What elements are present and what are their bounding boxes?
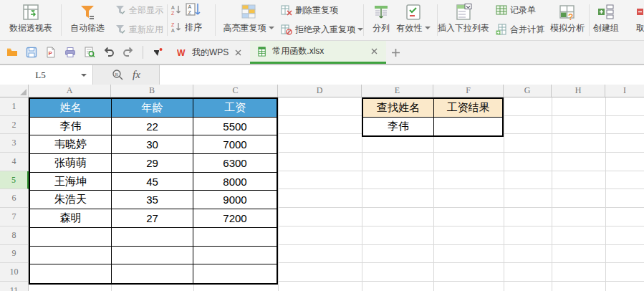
- row-header[interactable]: 7: [0, 208, 29, 226]
- validation-button[interactable]: 有效性: [393, 1, 433, 39]
- data-cell[interactable]: [112, 228, 193, 247]
- data-cell[interactable]: 22: [112, 118, 193, 136]
- data-cell[interactable]: 朱浩天: [30, 191, 112, 209]
- column-header[interactable]: B: [111, 85, 193, 97]
- column-header[interactable]: E: [362, 85, 433, 97]
- column-header[interactable]: G: [504, 85, 552, 97]
- formula-input[interactable]: [159, 65, 644, 85]
- data-cell[interactable]: [193, 264, 277, 283]
- data-cell[interactable]: [30, 264, 112, 283]
- row-header[interactable]: 3: [0, 134, 29, 153]
- print-preview-icon[interactable]: [83, 46, 96, 59]
- header-cell[interactable]: 姓名: [30, 99, 112, 118]
- export-pdf-icon[interactable]: P: [44, 46, 57, 59]
- column-header[interactable]: H: [552, 85, 605, 97]
- row-header[interactable]: 8: [0, 226, 29, 245]
- customize-toolbar-icon[interactable]: [151, 46, 164, 59]
- data-cell[interactable]: 45: [112, 173, 193, 191]
- data-cell[interactable]: 韦晓婷: [30, 135, 112, 154]
- group-separator: [589, 4, 590, 36]
- column-header[interactable]: C: [193, 85, 278, 97]
- save-icon[interactable]: [25, 46, 38, 59]
- consolidate-button[interactable]: 合并计算: [496, 22, 552, 37]
- tab-my-wps[interactable]: W 我的WPS: [170, 41, 250, 64]
- reapply-filter-button[interactable]: 重新应用: [115, 22, 166, 37]
- header-cell[interactable]: 年龄: [112, 99, 193, 118]
- row-header[interactable]: 10: [0, 263, 29, 282]
- header-cell[interactable]: 查找姓名: [363, 99, 434, 118]
- data-cell[interactable]: [112, 264, 193, 283]
- data-cell[interactable]: [193, 228, 277, 247]
- data-cell[interactable]: [434, 118, 502, 136]
- print-icon[interactable]: [64, 46, 77, 59]
- reject-duplicates-button[interactable]: 拒绝录入重复项: [281, 22, 364, 37]
- data-cell[interactable]: [193, 247, 277, 265]
- data-cell[interactable]: 李伟: [363, 118, 434, 136]
- gridline: [278, 97, 279, 291]
- gridline: [605, 97, 606, 291]
- what-if-analysis-button[interactable]: ? 模拟分析: [547, 1, 587, 39]
- close-tab-icon[interactable]: [233, 47, 243, 57]
- ungroup-button[interactable]: 取消: [623, 1, 644, 39]
- header-cell[interactable]: 工资: [193, 99, 277, 118]
- ungroup-label: 取消: [636, 23, 644, 33]
- show-all-button[interactable]: 全部显示: [115, 3, 166, 17]
- auto-filter-button[interactable]: 自动筛选: [63, 1, 112, 39]
- data-cell[interactable]: 李伟: [30, 118, 112, 136]
- data-cell[interactable]: [112, 247, 193, 265]
- data-cell[interactable]: 6300: [193, 154, 277, 173]
- data-cell[interactable]: 9000: [193, 191, 277, 209]
- column-header[interactable]: I: [605, 85, 644, 97]
- row-header[interactable]: 4: [0, 153, 29, 171]
- data-cell[interactable]: 35: [112, 191, 193, 209]
- search-commands-icon[interactable]: R: [112, 69, 124, 81]
- data-cell[interactable]: 森明: [30, 209, 112, 228]
- select-all-corner[interactable]: [0, 85, 29, 97]
- row-header-active[interactable]: 5: [0, 171, 29, 190]
- create-group-button[interactable]: 创建组: [592, 1, 620, 39]
- data-cell[interactable]: [30, 228, 112, 247]
- header-cell[interactable]: 工资结果: [434, 99, 502, 118]
- insert-function-icon[interactable]: fx: [133, 69, 140, 81]
- row-header[interactable]: 2: [0, 116, 29, 135]
- data-cell[interactable]: 张萌萌: [30, 154, 112, 173]
- row-header[interactable]: 9: [0, 245, 29, 264]
- data-cell[interactable]: 王海坤: [30, 173, 112, 191]
- row-header[interactable]: 11: [0, 282, 29, 291]
- pivot-table-button[interactable]: 数据透视表: [1, 1, 60, 39]
- formula-bar: L5 R fx: [0, 65, 644, 85]
- data-cell[interactable]: 5500: [193, 118, 277, 136]
- sort-descending-icon[interactable]: ZA: [170, 22, 182, 33]
- data-cell[interactable]: 27: [112, 209, 193, 228]
- tab-document[interactable]: 常用函数.xlsx: [250, 41, 386, 64]
- consolidate-icon: [496, 24, 507, 35]
- data-cell[interactable]: [30, 247, 112, 265]
- row-header[interactable]: 1: [0, 97, 29, 116]
- record-form-button[interactable]: 记录单: [496, 3, 552, 17]
- row-header[interactable]: 6: [0, 189, 29, 208]
- data-cell[interactable]: 30: [112, 135, 193, 154]
- redo-icon[interactable]: [122, 46, 135, 59]
- sort-label[interactable]: 排序: [185, 22, 202, 32]
- data-cell[interactable]: 7200: [193, 209, 277, 228]
- delete-duplicates-button[interactable]: 删除重复项: [281, 3, 364, 17]
- close-tab-icon[interactable]: [369, 47, 379, 57]
- column-header[interactable]: D: [278, 85, 362, 97]
- chevron-down-icon: [269, 27, 274, 29]
- data-cell[interactable]: 29: [112, 154, 193, 173]
- column-header[interactable]: F: [433, 85, 504, 97]
- sort-dialog-icon[interactable]: AZ: [185, 2, 201, 18]
- name-box-dropdown-icon[interactable]: [81, 74, 87, 77]
- column-header[interactable]: A: [29, 85, 111, 97]
- highlight-duplicates-button[interactable]: 高亮重复项: [217, 1, 280, 39]
- new-tab-button[interactable]: [386, 41, 405, 64]
- insert-dropdown-list-button[interactable]: 插入下拉列表: [433, 1, 494, 39]
- data-cell[interactable]: 8000: [193, 173, 277, 191]
- sort-ascending-icon[interactable]: AZ: [170, 4, 182, 16]
- undo-icon[interactable]: [102, 46, 115, 59]
- sheet-grid[interactable]: 1 2 3 4 5 6 7 8 9 10 11 姓名 年龄 工资 李伟 22 5…: [0, 97, 644, 291]
- open-folder-icon[interactable]: [6, 46, 19, 59]
- data-cell[interactable]: 7000: [193, 135, 277, 154]
- name-box[interactable]: L5: [0, 65, 93, 85]
- text-to-columns-button[interactable]: 分列: [366, 1, 396, 39]
